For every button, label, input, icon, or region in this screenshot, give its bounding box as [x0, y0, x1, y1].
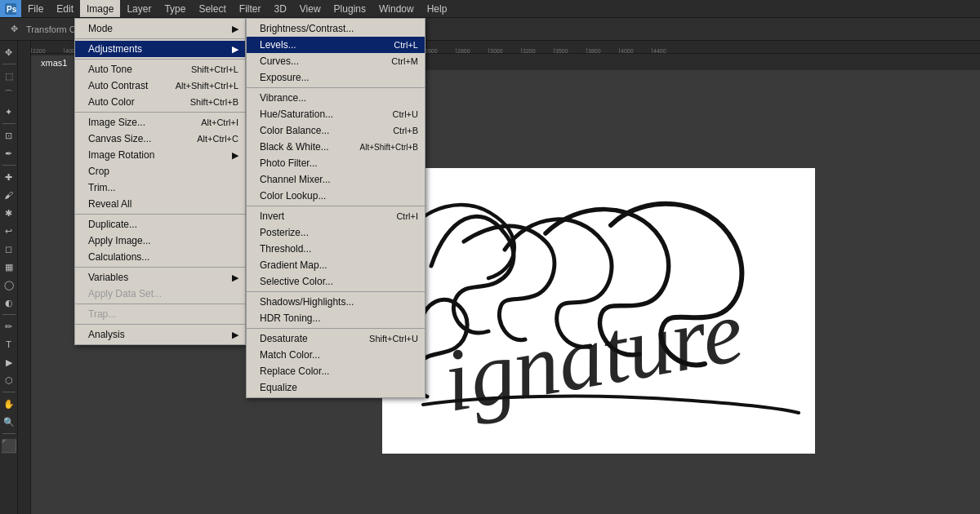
- menu-sep: [75, 324, 245, 325]
- canvas-tab[interactable]: xmas1: [31, 55, 78, 70]
- shape-tool[interactable]: ⬡: [1, 372, 17, 388]
- lasso-tool[interactable]: ⌒: [1, 86, 17, 102]
- move-tool[interactable]: ✥: [1, 44, 17, 60]
- menu-item-vibrance[interactable]: Vibrance...: [247, 90, 425, 106]
- shortcut-label: Alt+Ctrl+C: [197, 134, 238, 144]
- ruler-mark: 2200: [31, 48, 64, 54]
- menu-item-levels[interactable]: Levels... Ctrl+L: [247, 37, 425, 53]
- menu-edit[interactable]: Edit: [50, 0, 80, 17]
- arrow-icon: ▶: [232, 24, 238, 34]
- gradient-tool[interactable]: ▦: [1, 259, 17, 275]
- pen-tool[interactable]: ✏: [1, 318, 17, 335]
- menu-item-invert[interactable]: Invert Ctrl+I: [247, 208, 425, 224]
- menu-sep: [75, 38, 245, 39]
- arrow-icon: ▶: [232, 150, 238, 161]
- menu-sep: [75, 214, 245, 215]
- menu-item-posterize[interactable]: Posterize...: [247, 224, 425, 241]
- ps-logo[interactable]: Ps: [0, 0, 21, 17]
- path-selection-tool[interactable]: ▶: [1, 354, 17, 370]
- menu-item-adjustments[interactable]: Adjustments ▶: [75, 41, 245, 57]
- menu-3d[interactable]: 3D: [267, 0, 292, 17]
- menu-item-black-white[interactable]: Black & White... Alt+Shift+Ctrl+B: [247, 139, 425, 155]
- menu-sep: [75, 59, 245, 60]
- menu-item-equalize[interactable]: Equalize: [247, 379, 425, 396]
- shortcut-label: Ctrl+U: [393, 109, 418, 119]
- blur-tool[interactable]: ◯: [1, 277, 17, 293]
- menu-sep: [75, 304, 245, 304]
- menu-item-apply-image[interactable]: Apply Image...: [75, 233, 245, 249]
- menu-item-curves[interactable]: Curves... Ctrl+M: [247, 53, 425, 69]
- menu-sep: [75, 267, 245, 268]
- menu-item-crop[interactable]: Crop: [75, 163, 245, 179]
- crop-tool[interactable]: ⊡: [1, 127, 17, 144]
- menu-item-auto-tone[interactable]: Auto Tone Shift+Ctrl+L: [75, 61, 245, 78]
- menu-item-exposure[interactable]: Exposure...: [247, 69, 425, 86]
- menu-item-hdr-toning[interactable]: HDR Toning...: [247, 310, 425, 326]
- shortcut-label: Ctrl+L: [394, 40, 418, 50]
- shortcut-label: Shift+Ctrl+B: [190, 97, 238, 107]
- menu-item-channel-mixer[interactable]: Channel Mixer...: [247, 171, 425, 188]
- canvas-white: ignature: [382, 168, 815, 454]
- history-brush-tool[interactable]: ↩: [1, 223, 17, 239]
- menu-item-duplicate[interactable]: Duplicate...: [75, 216, 245, 233]
- menu-filter[interactable]: Filter: [233, 0, 268, 17]
- hand-tool[interactable]: ✋: [1, 396, 17, 412]
- menu-item-desaturate[interactable]: Desaturate Shift+Ctrl+U: [247, 330, 425, 347]
- svg-text:ignature: ignature: [436, 281, 750, 431]
- menu-item-auto-contrast[interactable]: Auto Contrast Alt+Shift+Ctrl+L: [75, 78, 245, 94]
- menu-sep: [75, 112, 245, 113]
- shortcut-label: Alt+Shift+Ctrl+L: [176, 81, 238, 91]
- move-icon[interactable]: ✥: [7, 22, 21, 37]
- ruler-mark: 3000: [488, 48, 521, 54]
- menu-image[interactable]: Image: [80, 0, 120, 17]
- menu-item-variables[interactable]: Variables ▶: [75, 269, 245, 286]
- menu-view[interactable]: View: [293, 0, 327, 17]
- menu-window[interactable]: Window: [372, 0, 421, 17]
- menu-item-replace-color[interactable]: Replace Color...: [247, 363, 425, 379]
- svg-text:Ps: Ps: [7, 5, 16, 14]
- menu-item-canvas-size[interactable]: Canvas Size... Alt+Ctrl+C: [75, 131, 245, 147]
- clone-stamp-tool[interactable]: ✱: [1, 205, 17, 221]
- type-tool[interactable]: T: [1, 336, 17, 352]
- menu-item-reveal-all[interactable]: Reveal All: [75, 196, 245, 212]
- menu-item-mode[interactable]: Mode ▶: [75, 20, 245, 37]
- menu-item-threshold[interactable]: Threshold...: [247, 241, 425, 257]
- healing-brush-tool[interactable]: ✚: [1, 169, 17, 185]
- tool-sep: [2, 433, 16, 434]
- menu-item-image-rotation[interactable]: Image Rotation ▶: [75, 147, 245, 163]
- menu-item-hue-saturation[interactable]: Hue/Saturation... Ctrl+U: [247, 106, 425, 122]
- menu-layer[interactable]: Layer: [120, 0, 158, 17]
- ruler-mark: 2800: [456, 48, 488, 54]
- menu-item-brightness-contrast[interactable]: Brightness/Contrast...: [247, 20, 425, 37]
- menu-bar: Ps File Edit Image Layer Type Select Fil…: [0, 0, 980, 18]
- menu-item-selective-color[interactable]: Selective Color...: [247, 273, 425, 290]
- menu-item-shadows-highlights[interactable]: Shadows/Highlights...: [247, 294, 425, 310]
- menu-item-photo-filter[interactable]: Photo Filter...: [247, 155, 425, 171]
- menu-file[interactable]: File: [21, 0, 50, 17]
- menu-item-image-size[interactable]: Image Size... Alt+Ctrl+I: [75, 114, 245, 131]
- menu-sep: [247, 328, 425, 329]
- menu-item-color-lookup[interactable]: Color Lookup...: [247, 188, 425, 204]
- shortcut-label: Ctrl+M: [391, 56, 418, 66]
- rectangle-select-tool[interactable]: ⬚: [1, 68, 17, 84]
- foreground-color[interactable]: ⬛: [1, 437, 17, 454]
- menu-item-color-balance[interactable]: Color Balance... Ctrl+B: [247, 122, 425, 139]
- menu-item-gradient-map[interactable]: Gradient Map...: [247, 257, 425, 273]
- menu-item-trim[interactable]: Trim...: [75, 179, 245, 196]
- brush-tool[interactable]: 🖌: [1, 187, 17, 203]
- magic-wand-tool[interactable]: ✦: [1, 104, 17, 120]
- menu-type[interactable]: Type: [158, 0, 192, 17]
- menu-select[interactable]: Select: [192, 0, 232, 17]
- menu-item-apply-data-set[interactable]: Apply Data Set...: [75, 286, 245, 302]
- dodge-tool[interactable]: ◐: [1, 295, 17, 311]
- menu-plugins[interactable]: Plugins: [327, 0, 372, 17]
- eyedropper-tool[interactable]: ✒: [1, 145, 17, 162]
- menu-help[interactable]: Help: [421, 0, 454, 17]
- menu-item-auto-color[interactable]: Auto Color Shift+Ctrl+B: [75, 94, 245, 110]
- menu-item-calculations[interactable]: Calculations...: [75, 249, 245, 265]
- zoom-tool[interactable]: 🔍: [1, 414, 17, 430]
- eraser-tool[interactable]: ◻: [1, 241, 17, 257]
- menu-item-match-color[interactable]: Match Color...: [247, 347, 425, 363]
- menu-item-analysis[interactable]: Analysis ▶: [75, 326, 245, 343]
- menu-item-trap[interactable]: Trap...: [75, 306, 245, 322]
